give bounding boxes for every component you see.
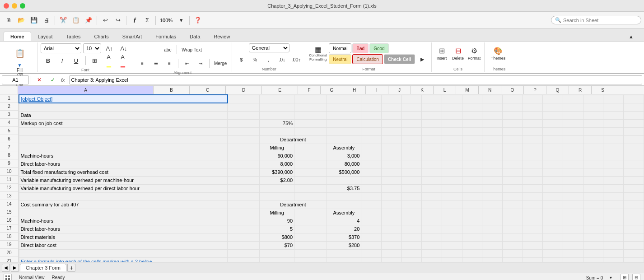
tab-review[interactable]: Review — [207, 32, 237, 41]
tab-formulas[interactable]: Formulas — [149, 32, 183, 41]
col-header-J[interactable]: J — [388, 86, 411, 94]
currency-button[interactable]: $ — [235, 53, 247, 66]
row-num-8[interactable]: 8 — [0, 151, 18, 159]
col-header-E[interactable]: E — [262, 86, 298, 94]
underline-button[interactable]: U — [70, 56, 83, 65]
row-num-10[interactable]: 10 — [0, 168, 18, 176]
cell-E1[interactable] — [327, 95, 361, 103]
cell-E17[interactable]: 20 — [327, 225, 361, 233]
format-button[interactable]: ⚙ Format — [467, 43, 481, 63]
more-styles-button[interactable]: ▶ — [416, 54, 429, 64]
align-center-button[interactable]: ☰ — [149, 57, 162, 70]
cell-E9[interactable]: 80,000 — [327, 160, 361, 168]
undo-button[interactable]: ↩ — [99, 14, 111, 26]
row-num-21[interactable]: 21 — [0, 257, 18, 262]
cell-D1[interactable] — [294, 95, 327, 103]
cell-C7[interactable]: Milling — [260, 144, 294, 152]
col-header-L[interactable]: L — [434, 86, 456, 94]
cell-B1[interactable] — [228, 95, 260, 103]
row-num-9[interactable]: 9 — [0, 159, 18, 168]
tab-charts[interactable]: Charts — [87, 32, 115, 41]
cell-C17[interactable]: 5 — [260, 225, 294, 233]
col-header-G[interactable]: G — [321, 86, 343, 94]
col-header-B[interactable]: B — [154, 86, 190, 94]
cell-C10[interactable]: $390,000 — [260, 168, 294, 176]
cell-A14[interactable]: Cost summary for Job 407 — [19, 201, 228, 209]
row-num-18[interactable]: 18 — [0, 233, 18, 241]
themes-button[interactable]: 🎨 Themes — [490, 43, 506, 63]
col-header-R[interactable]: R — [569, 86, 592, 94]
open-button[interactable]: 📂 — [15, 14, 27, 26]
cell-C14[interactable]: Department — [260, 201, 327, 209]
style-normal[interactable]: Normal — [329, 43, 351, 53]
bold-button[interactable]: B — [42, 56, 55, 65]
cell-F1[interactable] — [361, 95, 382, 103]
decrease-decimal-button[interactable]: .0↓ — [275, 53, 288, 66]
cell-C8[interactable]: 60,000 — [260, 152, 294, 160]
font-grow-button[interactable]: A↑ — [103, 44, 116, 53]
sheet-nav-next[interactable]: ▶ — [11, 264, 19, 272]
tab-home[interactable]: Home — [4, 32, 31, 41]
add-sheet-button[interactable]: + — [67, 264, 75, 272]
style-bad[interactable]: Bad — [352, 43, 369, 53]
border-button[interactable]: ⊞ — [89, 54, 101, 67]
insert-button[interactable]: ⊞ Insert — [434, 43, 449, 63]
cell-A21[interactable]: Enter a formula into each of the cells m… — [19, 257, 228, 262]
row-num-7[interactable]: 7 — [0, 143, 18, 151]
row-num-13[interactable]: 13 — [0, 192, 18, 200]
font-size-select[interactable]: 10 — [83, 43, 101, 53]
col-header-O[interactable]: O — [501, 86, 524, 94]
copy-button[interactable]: 📋 — [70, 14, 82, 26]
increase-indent-button[interactable]: ⇥ — [194, 57, 207, 70]
tab-smartart[interactable]: SmartArt — [116, 32, 149, 41]
cell-E19[interactable]: $280 — [327, 241, 361, 249]
row-num-6[interactable]: 6 — [0, 135, 18, 143]
cell-A16[interactable]: Machine-hours — [19, 217, 228, 225]
number-format-select[interactable]: General — [249, 43, 289, 52]
cell-C16[interactable]: 90 — [260, 217, 294, 225]
col-header-P[interactable]: P — [524, 86, 546, 94]
save-button[interactable]: 💾 — [28, 14, 40, 26]
row-num-2[interactable]: 2 — [0, 103, 18, 111]
cell-E10[interactable]: $500,000 — [327, 168, 361, 176]
help-button[interactable]: ❓ — [192, 14, 204, 26]
cell-A9[interactable]: Direct labor-hours — [19, 160, 228, 168]
style-check-cell[interactable]: Check Cell — [384, 54, 415, 64]
row-num-3[interactable]: 3 — [0, 111, 18, 119]
cell-A17[interactable]: Direct labor-hours — [19, 225, 228, 233]
row-num-12[interactable]: 12 — [0, 184, 18, 192]
minimize-button[interactable] — [12, 3, 17, 9]
tab-layout[interactable]: Layout — [31, 32, 60, 41]
col-header-I[interactable]: I — [366, 86, 388, 94]
new-button[interactable]: 🗎 — [3, 14, 14, 26]
cell-E12[interactable]: $3.75 — [327, 184, 361, 192]
increase-decimal-button[interactable]: .00↑ — [289, 53, 303, 66]
zoom-dropdown[interactable]: ▾ — [175, 14, 187, 26]
row-num-14[interactable]: 14 — [0, 200, 18, 208]
formula-input[interactable] — [69, 75, 642, 84]
confirm-formula-button[interactable]: ✓ — [47, 76, 59, 84]
fill-color-button[interactable]: A▁ — [103, 54, 115, 67]
style-good[interactable]: Good — [369, 43, 388, 53]
cell-C1[interactable] — [260, 95, 294, 103]
cell-A3[interactable]: Data — [19, 111, 228, 119]
cell-A19[interactable]: Direct labor cost — [19, 241, 228, 249]
view-page-button[interactable]: ⊟ — [632, 274, 640, 280]
cell-E7[interactable]: Assembly — [327, 144, 361, 152]
col-header-F[interactable]: F — [298, 86, 321, 94]
row-num-20[interactable]: 20 — [0, 249, 18, 257]
cancel-formula-button[interactable]: ✕ — [33, 76, 46, 84]
collapse-ribbon[interactable]: ▲ — [622, 32, 640, 41]
view-normal-button[interactable]: ⊞ — [621, 274, 629, 280]
row-num-19[interactable]: 19 — [0, 241, 18, 249]
font-color-button[interactable]: A▁ — [117, 54, 129, 67]
cell-A12[interactable]: Variable manufacturing overhead per dire… — [19, 184, 228, 192]
sheet-tab-chapter3[interactable]: Chapter 3 Form — [20, 264, 66, 271]
col-header-A[interactable]: A — [18, 86, 154, 94]
col-header-N[interactable]: N — [479, 86, 501, 94]
sum-dropdown[interactable]: ▾ — [604, 274, 617, 280]
cell-C19[interactable]: $70 — [260, 241, 294, 249]
tab-tables[interactable]: Tables — [60, 32, 88, 41]
align-right-button[interactable]: ≡ — [163, 57, 176, 70]
merge-button[interactable]: Merge — [212, 57, 229, 70]
